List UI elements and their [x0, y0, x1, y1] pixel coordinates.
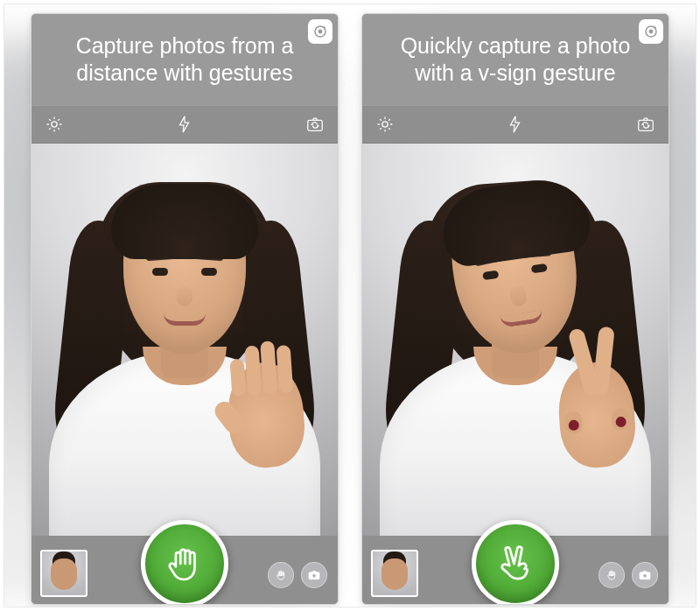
svg-point-9 — [654, 26, 655, 28]
svg-point-6 — [312, 573, 317, 578]
switch-camera-icon — [305, 115, 325, 134]
camera-mode-button[interactable] — [632, 562, 658, 588]
phone-screenshot-right: Quickly capture a photo with a v-sign ge… — [361, 13, 669, 605]
hand-icon — [161, 540, 208, 587]
flash-button[interactable] — [505, 114, 526, 135]
promo-stage: Capture photos from a distance with gest… — [4, 4, 696, 607]
shutter-button[interactable] — [472, 520, 559, 605]
svg-point-1 — [318, 30, 323, 34]
promo-caption-text: Capture photos from a distance with gest… — [54, 32, 315, 88]
promo-caption-text: Quickly capture a photo with a v-sign ge… — [385, 32, 646, 88]
camera-icon — [307, 568, 321, 582]
app-logo-badge — [308, 19, 332, 44]
svg-point-10 — [382, 122, 388, 127]
app-logo-icon — [643, 24, 659, 39]
gear-icon — [45, 115, 64, 134]
settings-button[interactable] — [374, 114, 396, 135]
switch-camera-button[interactable] — [635, 114, 656, 135]
subject-person — [53, 159, 316, 536]
app-logo-icon — [312, 24, 328, 39]
svg-point-2 — [323, 26, 325, 28]
camera-toolbar — [362, 105, 668, 144]
promo-caption-band: Quickly capture a photo with a v-sign ge… — [362, 14, 668, 105]
flash-icon — [506, 115, 525, 134]
svg-point-13 — [643, 573, 648, 578]
gear-icon — [375, 115, 395, 134]
subject-person — [384, 159, 647, 536]
promo-caption-band: Capture photos from a distance with gest… — [32, 14, 338, 105]
camera-mode-button[interactable] — [301, 562, 327, 588]
gesture-mode-button[interactable] — [598, 562, 625, 588]
flash-icon — [175, 115, 194, 134]
switch-camera-button[interactable] — [304, 114, 326, 135]
hand-small-icon — [605, 568, 619, 582]
camera-viewfinder[interactable] — [362, 144, 668, 536]
settings-button[interactable] — [44, 114, 65, 135]
svg-point-8 — [649, 30, 654, 34]
v-sign-icon — [492, 540, 539, 587]
last-photo-thumbnail[interactable] — [40, 550, 88, 597]
last-photo-thumbnail[interactable] — [371, 550, 418, 597]
camera-icon — [638, 568, 652, 582]
svg-point-3 — [52, 122, 57, 127]
camera-toolbar — [32, 105, 338, 144]
hand-small-icon — [274, 568, 288, 582]
camera-controls-bar — [32, 536, 338, 605]
shutter-button[interactable] — [141, 520, 228, 605]
phone-screenshot-left: Capture photos from a distance with gest… — [31, 13, 339, 605]
switch-camera-icon — [636, 115, 655, 134]
gesture-mode-button[interactable] — [268, 562, 294, 588]
camera-controls-bar — [362, 536, 668, 605]
camera-viewfinder[interactable] — [32, 144, 338, 536]
flash-button[interactable] — [174, 114, 195, 135]
app-logo-badge — [639, 19, 663, 44]
